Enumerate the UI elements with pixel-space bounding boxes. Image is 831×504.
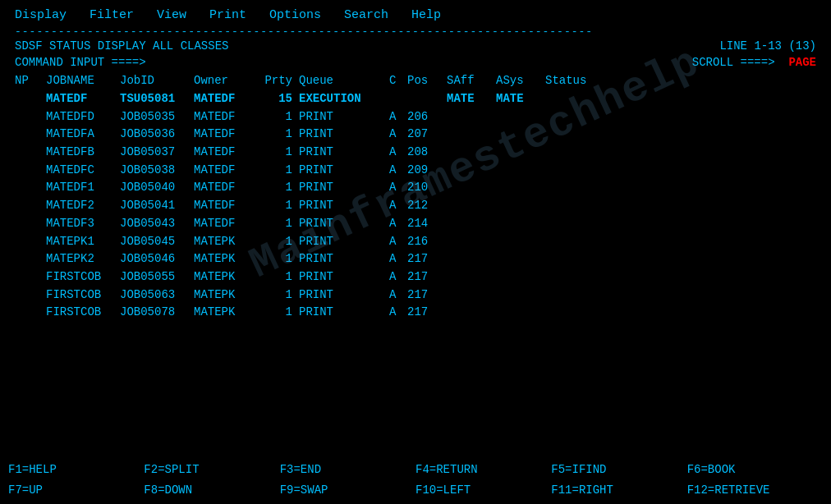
fkey-f1[interactable]: F1=HELP xyxy=(8,460,144,480)
cell-pos: 208 xyxy=(407,144,447,162)
cell-queue: PRINT xyxy=(299,286,389,305)
fkey-f7[interactable]: F7=UP xyxy=(8,480,144,501)
cell-pos: 212 xyxy=(407,197,447,215)
cell-c: A xyxy=(389,179,407,197)
cell-status xyxy=(545,250,611,268)
cell-status xyxy=(545,179,611,197)
row-pos xyxy=(407,90,447,108)
cell-queue: PRINT xyxy=(299,304,389,322)
cell-queue: PRINT xyxy=(299,126,389,144)
cell-np xyxy=(15,250,46,268)
cell-np xyxy=(15,286,46,305)
cell-queue: PRINT xyxy=(299,197,389,215)
fkey-f4[interactable]: F4=RETURN xyxy=(416,460,551,480)
cell-jobid: JOB05041 xyxy=(120,197,194,215)
cell-jobname: MATEDF1 xyxy=(46,179,120,197)
cell-queue: PRINT xyxy=(299,250,389,268)
cell-np xyxy=(15,304,46,322)
menu-search[interactable]: Search xyxy=(344,8,388,22)
table-row: FIRSTCOB JOB05055 MATEPK 1 PRINT A 217 xyxy=(15,268,816,286)
col-header-owner: Owner xyxy=(194,74,259,87)
cell-prty: 1 xyxy=(259,144,299,162)
cell-prty: 1 xyxy=(259,286,299,305)
divider-line: ----------------------------------------… xyxy=(7,25,824,38)
row-queue: EXECUTION xyxy=(299,90,389,108)
scroll-value: PAGE xyxy=(788,56,816,69)
fkey-f3[interactable]: F3=END xyxy=(280,460,416,480)
cell-queue: PRINT xyxy=(299,268,389,286)
cell-jobid: JOB05046 xyxy=(120,250,194,268)
cell-asys xyxy=(496,268,545,286)
cell-saff xyxy=(447,304,496,322)
cell-prty: 1 xyxy=(259,250,299,268)
fkey-f6[interactable]: F6=BOOK xyxy=(687,460,823,480)
cell-asys xyxy=(496,215,545,233)
table-row: MATEDF1 JOB05040 MATEDF 1 PRINT A 210 xyxy=(15,179,816,197)
cell-saff xyxy=(447,250,496,268)
fkey-f8[interactable]: F8=DOWN xyxy=(144,480,279,501)
cell-pos: 209 xyxy=(407,162,447,180)
cell-saff xyxy=(447,215,496,233)
menu-options[interactable]: Options xyxy=(269,8,321,22)
cell-pos: 217 xyxy=(407,286,447,305)
cell-prty: 1 xyxy=(259,162,299,180)
cell-jobid: JOB05037 xyxy=(120,144,194,162)
cell-c: A xyxy=(389,126,407,144)
cell-status xyxy=(545,233,611,251)
menu-help[interactable]: Help xyxy=(411,8,441,22)
cell-np xyxy=(15,215,46,233)
cell-asys xyxy=(496,197,545,215)
cell-owner: MATEDF xyxy=(194,179,259,197)
display-title: SDSF STATUS DISPLAY ALL CLASSES xyxy=(15,39,228,53)
cell-pos: 206 xyxy=(407,108,447,126)
cell-jobname: MATEPK1 xyxy=(46,233,120,251)
cell-c: A xyxy=(389,108,407,126)
cell-queue: PRINT xyxy=(299,144,389,162)
cell-jobname: MATEPK2 xyxy=(46,250,120,268)
fkey-f2[interactable]: F2=SPLIT xyxy=(144,460,279,480)
cell-np xyxy=(15,108,46,126)
menu-view[interactable]: View xyxy=(157,8,186,22)
cell-prty: 1 xyxy=(259,304,299,322)
cell-asys xyxy=(496,162,545,180)
col-header-queue: Queue xyxy=(299,74,389,87)
cell-saff xyxy=(447,108,496,126)
cell-asys xyxy=(496,144,545,162)
cell-asys xyxy=(496,108,545,126)
menu-filter[interactable]: Filter xyxy=(90,8,134,22)
cell-np xyxy=(15,126,46,144)
line-info: LINE 1-13 (13) xyxy=(719,39,816,53)
cell-prty: 1 xyxy=(259,215,299,233)
cell-c: A xyxy=(389,162,407,180)
cell-jobname: FIRSTCOB xyxy=(46,304,120,322)
table-row: MATEDFD JOB05035 MATEDF 1 PRINT A 206 xyxy=(15,108,816,126)
cell-owner: MATEPK xyxy=(194,304,259,322)
cell-jobname: FIRSTCOB xyxy=(46,268,120,286)
cell-c: A xyxy=(389,250,407,268)
fkey-f5[interactable]: F5=IFIND xyxy=(551,460,686,480)
cell-status xyxy=(545,268,611,286)
cell-np xyxy=(15,268,46,286)
cell-np xyxy=(15,233,46,251)
row-np xyxy=(15,90,46,108)
header-row: SDSF STATUS DISPLAY ALL CLASSES LINE 1-1… xyxy=(7,38,824,54)
fkey-f12[interactable]: F12=RETRIEVE xyxy=(687,480,823,501)
cell-owner: MATEDF xyxy=(194,215,259,233)
fkey-f11[interactable]: F11=RIGHT xyxy=(551,480,686,501)
menu-print[interactable]: Print xyxy=(209,8,246,22)
cell-status xyxy=(545,304,611,322)
cell-status xyxy=(545,144,611,162)
cell-prty: 1 xyxy=(259,197,299,215)
table-row: FIRSTCOB JOB05063 MATEPK 1 PRINT A 217 xyxy=(15,286,816,305)
menu-display[interactable]: Display xyxy=(15,8,67,22)
cell-pos: 207 xyxy=(407,126,447,144)
cell-jobid: JOB05078 xyxy=(120,304,194,322)
table-row: MATEDF2 JOB05041 MATEDF 1 PRINT A 212 xyxy=(15,197,816,215)
cell-c: A xyxy=(389,197,407,215)
table-row: MATEPK2 JOB05046 MATEPK 1 PRINT A 217 xyxy=(15,250,816,268)
cell-owner: MATEPK xyxy=(194,268,259,286)
fkey-f9[interactable]: F9=SWAP xyxy=(280,480,416,501)
cell-saff xyxy=(447,144,496,162)
cell-pos: 217 xyxy=(407,268,447,286)
fkey-f10[interactable]: F10=LEFT xyxy=(416,480,551,501)
